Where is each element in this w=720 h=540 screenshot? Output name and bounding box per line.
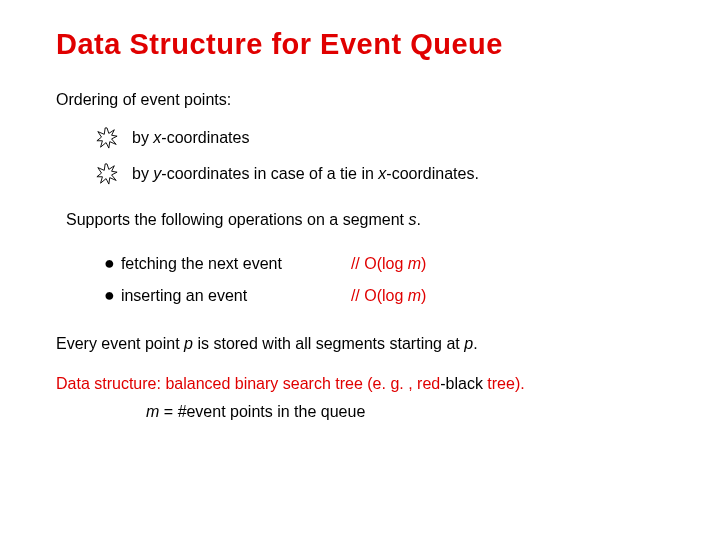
txt: . <box>473 335 477 352</box>
svg-marker-0 <box>97 128 117 148</box>
txt: ). <box>515 375 525 392</box>
txt: -coordinates. <box>386 165 479 182</box>
dot-bullet: ● <box>104 255 115 271</box>
txt: ) <box>421 255 426 272</box>
svg-marker-1 <box>97 164 117 184</box>
op-row-1: ● fetching the next event // O(log m) <box>104 255 672 273</box>
op-2-label: inserting an event <box>121 287 351 305</box>
burst-icon <box>96 127 118 149</box>
var-p: p <box>184 335 193 352</box>
op-2-complexity: // O(log m) <box>351 287 427 305</box>
txt: Supports the following operations on a s… <box>66 211 408 228</box>
txt: // O(log <box>351 287 408 304</box>
bullet-1-text: by x-coordinates <box>132 129 249 147</box>
slide-title: Data Structure for Event Queue <box>56 28 672 61</box>
burst-icon <box>96 163 118 185</box>
txt: -black <box>440 375 487 392</box>
op-1-complexity: // O(log m) <box>351 255 427 273</box>
ordering-heading: Ordering of event points: <box>56 91 672 109</box>
txt: . <box>416 211 420 228</box>
txt: = <box>159 403 177 420</box>
op-1-label: fetching the next event <box>121 255 351 273</box>
txt: by <box>132 165 153 182</box>
op-row-2: ● inserting an event // O(log m) <box>104 287 672 305</box>
txt: ) <box>421 287 426 304</box>
txt: -coordinates in case of a tie in <box>161 165 378 182</box>
every-event-point: Every event point p is stored with all s… <box>56 335 672 353</box>
bullet-row-1: by x-coordinates <box>96 127 672 149</box>
txt-tree: tree <box>487 375 515 392</box>
var-p: p <box>464 335 473 352</box>
txt-red: red <box>417 375 440 392</box>
supports-heading: Supports the following operations on a s… <box>66 211 672 229</box>
txt: -coordinates <box>161 129 249 146</box>
txt: Every event point <box>56 335 184 352</box>
var-m: m <box>408 287 421 304</box>
var-m: m <box>408 255 421 272</box>
txt: by <box>132 129 153 146</box>
bullet-2-text: by y-coordinates in case of a tie in x-c… <box>132 165 479 183</box>
txt: // O(log <box>351 255 408 272</box>
var-m: m <box>146 403 159 420</box>
txt: Data structure: balanced binary search t… <box>56 375 417 392</box>
m-definition: m = #event points in the queue <box>146 403 672 421</box>
bullet-row-2: by y-coordinates in case of a tie in x-c… <box>96 163 672 185</box>
data-structure-line: Data structure: balanced binary search t… <box>56 375 672 393</box>
txt: is stored with all segments starting at <box>193 335 464 352</box>
txt: event points in the queue <box>186 403 365 420</box>
dot-bullet: ● <box>104 287 115 303</box>
